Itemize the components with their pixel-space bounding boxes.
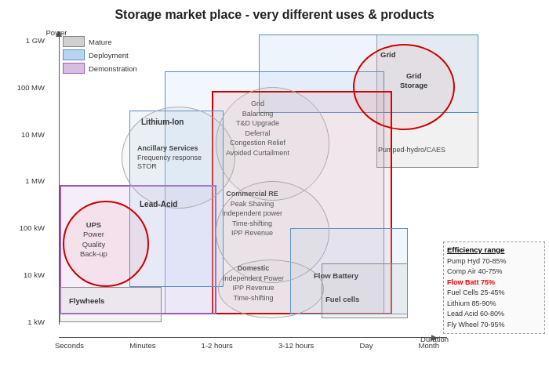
- legend-demonstration-box: [63, 63, 85, 74]
- x-label-1-2hours: 1-2 hours: [202, 341, 233, 350]
- label-lithium-ion: Lithium-Ion: [141, 117, 184, 127]
- eff-lead-acid: Lead Acid 60-80%: [447, 309, 541, 320]
- eff-pump-hyd: Pump Hyd 70-85%: [447, 256, 541, 267]
- eff-fuel-cells: Fuel Cells 25-45%: [447, 288, 541, 299]
- x-label-month: Month: [419, 341, 439, 350]
- y-label-100kw: 100 kW: [20, 223, 47, 232]
- y-label-10kw: 10 kW: [24, 270, 47, 279]
- x-axis-labels: Seconds Minutes 1-2 hours 3-12 hours Day…: [55, 341, 439, 350]
- legend-demonstration: Demonstration: [63, 63, 137, 74]
- efficiency-title: Efficiency range: [447, 245, 541, 254]
- page-title: Storage market place - very different us…: [8, 8, 541, 22]
- label-commercial: Commercial RE Peak Shaving Independent p…: [222, 189, 282, 238]
- label-grid-top: Grid: [380, 50, 396, 60]
- x-axis-line: [59, 337, 447, 338]
- x-label-day: Day: [360, 341, 373, 350]
- legend-deployment: Deployment: [63, 49, 137, 60]
- label-grid-storage: GridStorage: [400, 71, 427, 91]
- label-ups: UPS PowerQualityBack-up: [80, 220, 107, 259]
- label-grid-balancing: GridBalancingT&D UpgradeDeferralCongesti…: [226, 99, 289, 158]
- label-flow-battery: Flow Battery: [314, 271, 358, 281]
- label-flywheels: Flywheels: [69, 296, 104, 306]
- label-ancillary: Ancillary Services Frequency response ST…: [137, 144, 202, 172]
- label-pumped-hydro: Pumped-hydro/CAES: [378, 146, 445, 155]
- legend-mature: Mature: [63, 36, 137, 47]
- y-label-1mw: 1 MW: [25, 176, 47, 185]
- x-label-3-12hours: 3-12 hours: [278, 341, 314, 350]
- eff-fly-wheel: Fly Wheel 70-95%: [447, 320, 541, 331]
- label-domestic: Domestic Independent Power IPP Revenue T…: [223, 263, 284, 303]
- legend-deployment-label: Deployment: [89, 51, 129, 60]
- y-label-100mw: 100 MW: [17, 83, 47, 92]
- y-label-1kw: 1 kW: [27, 318, 47, 326]
- x-label-seconds: Seconds: [55, 341, 84, 350]
- chart-area: 1 GW 100 MW 10 MW 1 MW 100 kW 10 kW 1 kW…: [16, 28, 549, 365]
- efficiency-panel: Efficiency range Pump Hyd 70-85% Comp Ai…: [443, 241, 545, 335]
- y-axis: 1 GW 100 MW 10 MW 1 MW 100 kW 10 kW 1 kW: [16, 36, 47, 326]
- page: Storage market place - very different us…: [0, 0, 549, 392]
- x-label-minutes: Minutes: [129, 341, 155, 350]
- label-fuel-cells: Fuel cells: [325, 295, 359, 304]
- legend-mature-label: Mature: [89, 38, 112, 46]
- legend-demonstration-label: Demonstration: [89, 64, 137, 73]
- eff-flow-batt: Flow Batt 75%: [447, 278, 541, 289]
- y-label-10mw: 10 MW: [21, 130, 47, 139]
- y-label-1gw: 1 GW: [26, 36, 47, 45]
- eff-lithium: Lithium 85-90%: [447, 299, 541, 310]
- label-lead-acid: Lead-Acid: [140, 199, 177, 209]
- legend: Mature Deployment Demonstration: [63, 36, 137, 74]
- legend-deployment-box: [63, 49, 85, 60]
- eff-comp-air: Comp Air 40-75%: [447, 267, 541, 278]
- legend-mature-box: [63, 36, 85, 47]
